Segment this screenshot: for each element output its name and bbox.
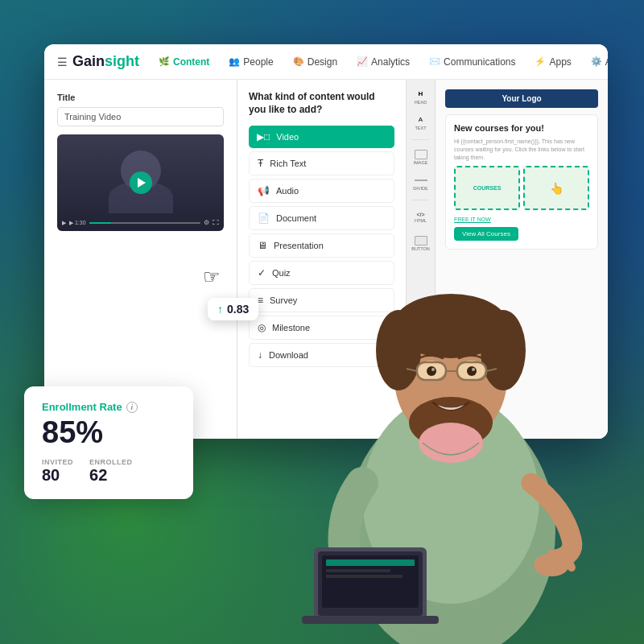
- nav-item-design[interactable]: 🎨 Design: [285, 53, 345, 71]
- nav-item-people[interactable]: 👥 People: [221, 53, 281, 71]
- video-thumbnail[interactable]: ▶ ▶ 1:30 ⚙ ⛶: [57, 134, 224, 231]
- nav-item-communications[interactable]: ✉️ Communications: [421, 53, 523, 71]
- drag-cursor-icon: ☞: [203, 266, 221, 288]
- metric-arrow-icon: ↑: [217, 303, 223, 316]
- apps-icon: ⚡: [535, 56, 546, 67]
- app-logo: Gainsight: [72, 53, 139, 70]
- richtext-btn-icon: Ŧ: [258, 158, 263, 169]
- person-image: [282, 193, 620, 644]
- milestone-btn-icon: ◎: [258, 322, 266, 333]
- svg-point-6: [481, 310, 526, 390]
- enrolled-value: 62: [89, 466, 133, 485]
- video-settings-icon[interactable]: ⚙: [204, 219, 209, 226]
- svg-point-15: [427, 366, 436, 376]
- person-svg: [282, 193, 620, 644]
- people-icon: 👥: [229, 56, 240, 67]
- left-panel: Title ▶ ▶ 1:30 ⚙ ⛶: [44, 80, 237, 439]
- video-controls: ▶ ▶ 1:30 ⚙ ⛶: [62, 219, 219, 226]
- nav-item-apps[interactable]: ⚡ Apps: [526, 53, 579, 71]
- enrollment-rate-value: 85%: [42, 416, 175, 450]
- video-time: ▶ 1:30: [69, 220, 86, 226]
- quiz-btn-icon: ✓: [258, 267, 266, 279]
- title-label: Title: [57, 93, 224, 102]
- invited-value: 80: [42, 466, 73, 485]
- automation-icon: ⚙️: [591, 56, 602, 67]
- nav-item-automation[interactable]: ⚙️ Automation: [583, 53, 608, 71]
- enrolled-stat: ENROLLED 62: [89, 458, 133, 485]
- sidebar-icon-text[interactable]: A TEXT: [411, 112, 431, 133]
- courses-label: COURSES: [473, 185, 502, 191]
- invited-stat: INVITED 80: [42, 458, 73, 485]
- svg-rect-22: [326, 559, 415, 566]
- sidebar-separator-1: [412, 139, 430, 140]
- svg-rect-23: [326, 569, 390, 572]
- svg-point-16: [467, 366, 477, 376]
- text-icon-label: TEXT: [415, 126, 426, 130]
- nav-bar: ☰ Gainsight 🌿 Content 👥 People 🎨 Design …: [44, 44, 608, 80]
- svg-rect-25: [302, 616, 439, 624]
- document-btn-icon: 📄: [258, 213, 270, 224]
- info-icon[interactable]: i: [126, 402, 138, 413]
- enrolled-label: ENROLLED: [89, 458, 133, 466]
- audio-btn-icon: 📢: [258, 185, 270, 196]
- panel-heading: What kind of content would you like to a…: [249, 91, 394, 116]
- design-icon: 🎨: [293, 56, 304, 67]
- content-option-richtext[interactable]: Ŧ Rich Text: [249, 151, 394, 175]
- svg-point-27: [419, 423, 483, 463]
- svg-point-5: [376, 310, 421, 390]
- sidebar-icon-divider[interactable]: DIVIDE: [411, 172, 431, 193]
- metric-value: 0.83: [227, 303, 249, 316]
- svg-rect-24: [326, 575, 402, 578]
- email-title: New courses for you!: [454, 123, 589, 133]
- divider-icon-label: DIVIDE: [413, 186, 427, 191]
- sidebar-icon-heading[interactable]: H HEAD: [411, 86, 431, 107]
- logo-banner: Your Logo: [445, 89, 598, 108]
- image-icon-label: IMAGE: [414, 160, 428, 165]
- enrollment-title: Enrollment Rate i: [42, 401, 175, 413]
- play-button[interactable]: [130, 171, 152, 194]
- video-btn-icon: ▶□: [257, 131, 270, 142]
- logo-container: ☰ Gainsight: [57, 53, 139, 70]
- email-body-text: Hi {{contact_person.first_name()}}, This…: [454, 138, 589, 161]
- metric-badge: ↑ 0.83: [208, 298, 258, 320]
- presentation-btn-icon: 🖥: [258, 240, 267, 251]
- sidebar-icon-image[interactable]: IMAGE: [411, 147, 431, 167]
- video-fullscreen-icon[interactable]: ⛶: [213, 219, 219, 226]
- video-progress-bar[interactable]: [89, 222, 200, 224]
- enrollment-stats: INVITED 80 ENROLLED 62: [42, 458, 175, 485]
- heading-icon-label: HEAD: [415, 100, 427, 105]
- video-progress-fill: [89, 222, 112, 224]
- nav-item-analytics[interactable]: 📈 Analytics: [349, 53, 418, 71]
- download-btn-icon: ↓: [258, 349, 262, 361]
- content-option-video[interactable]: ▶□ Video: [249, 126, 394, 148]
- title-input[interactable]: [57, 107, 224, 126]
- svg-point-18: [472, 368, 475, 371]
- hamburger-icon[interactable]: ☰: [57, 56, 68, 68]
- communications-icon: ✉️: [429, 56, 440, 67]
- analytics-icon: 📈: [357, 56, 368, 67]
- survey-btn-icon: ≡: [258, 295, 263, 306]
- enrollment-card: Enrollment Rate i 85% INVITED 80 ENROLLE…: [24, 386, 193, 499]
- invited-label: INVITED: [42, 458, 73, 466]
- video-play-icon: ▶: [62, 220, 66, 226]
- svg-point-17: [431, 368, 435, 371]
- content-icon: 🌿: [159, 56, 170, 67]
- nav-item-content[interactable]: 🌿 Content: [151, 53, 217, 71]
